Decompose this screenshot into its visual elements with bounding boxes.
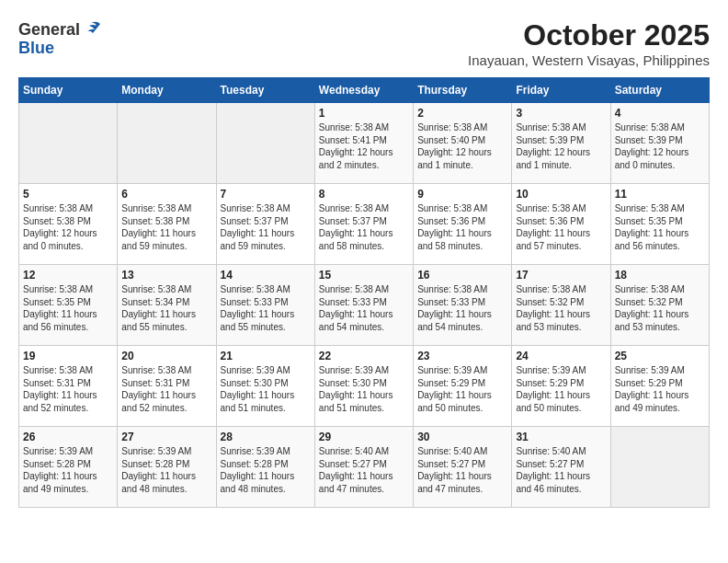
calendar-cell-w2-d6: 11Sunrise: 5:38 AM Sunset: 5:35 PM Dayli… bbox=[610, 184, 709, 265]
day-number: 8 bbox=[319, 188, 409, 201]
page-header: General Blue October 2025 Inayauan, West… bbox=[18, 18, 710, 68]
week-row-5: 26Sunrise: 5:39 AM Sunset: 5:28 PM Dayli… bbox=[19, 427, 710, 508]
day-info: Sunrise: 5:39 AM Sunset: 5:30 PM Dayligh… bbox=[319, 364, 409, 414]
calendar-cell-w1-d1 bbox=[118, 103, 216, 184]
calendar-cell-w3-d6: 18Sunrise: 5:38 AM Sunset: 5:32 PM Dayli… bbox=[610, 265, 709, 346]
day-info: Sunrise: 5:39 AM Sunset: 5:30 PM Dayligh… bbox=[221, 364, 311, 414]
calendar-title: October 2025 bbox=[468, 18, 710, 52]
header-tuesday: Tuesday bbox=[216, 78, 314, 103]
day-number: 11 bbox=[615, 188, 705, 201]
week-row-2: 5Sunrise: 5:38 AM Sunset: 5:38 PM Daylig… bbox=[19, 184, 710, 265]
day-number: 24 bbox=[516, 350, 606, 362]
calendar-cell-w3-d4: 16Sunrise: 5:38 AM Sunset: 5:33 PM Dayli… bbox=[414, 265, 512, 346]
day-info: Sunrise: 5:38 AM Sunset: 5:33 PM Dayligh… bbox=[417, 283, 507, 333]
day-number: 3 bbox=[516, 107, 606, 120]
logo-general: General bbox=[18, 20, 80, 39]
day-number: 27 bbox=[121, 431, 211, 443]
day-info: Sunrise: 5:38 AM Sunset: 5:41 PM Dayligh… bbox=[319, 121, 409, 171]
calendar-cell-w3-d1: 13Sunrise: 5:38 AM Sunset: 5:34 PM Dayli… bbox=[118, 265, 216, 346]
calendar-cell-w2-d0: 5Sunrise: 5:38 AM Sunset: 5:38 PM Daylig… bbox=[19, 184, 118, 265]
calendar-cell-w2-d4: 9Sunrise: 5:38 AM Sunset: 5:36 PM Daylig… bbox=[414, 184, 512, 265]
day-number: 31 bbox=[516, 431, 606, 443]
calendar-cell-w1-d5: 3Sunrise: 5:38 AM Sunset: 5:39 PM Daylig… bbox=[512, 103, 610, 184]
day-number: 12 bbox=[23, 269, 113, 282]
day-info: Sunrise: 5:39 AM Sunset: 5:29 PM Dayligh… bbox=[417, 364, 507, 414]
calendar-cell-w3-d2: 14Sunrise: 5:38 AM Sunset: 5:33 PM Dayli… bbox=[216, 265, 314, 346]
header-sunday: Sunday bbox=[19, 78, 118, 103]
calendar-cell-w3-d3: 15Sunrise: 5:38 AM Sunset: 5:33 PM Dayli… bbox=[314, 265, 413, 346]
day-info: Sunrise: 5:38 AM Sunset: 5:38 PM Dayligh… bbox=[23, 202, 113, 252]
header-monday: Monday bbox=[118, 78, 216, 103]
header-wednesday: Wednesday bbox=[314, 78, 413, 103]
day-number: 16 bbox=[417, 269, 507, 282]
day-info: Sunrise: 5:40 AM Sunset: 5:27 PM Dayligh… bbox=[516, 445, 606, 495]
calendar-subtitle: Inayauan, Western Visayas, Philippines bbox=[468, 52, 710, 68]
day-info: Sunrise: 5:39 AM Sunset: 5:28 PM Dayligh… bbox=[221, 445, 311, 495]
header-friday: Friday bbox=[512, 78, 610, 103]
day-number: 14 bbox=[221, 269, 311, 282]
day-info: Sunrise: 5:39 AM Sunset: 5:29 PM Dayligh… bbox=[516, 364, 606, 414]
title-block: October 2025 Inayauan, Western Visayas, … bbox=[468, 18, 710, 68]
day-info: Sunrise: 5:38 AM Sunset: 5:35 PM Dayligh… bbox=[23, 283, 113, 333]
logo: General Blue bbox=[18, 18, 104, 58]
day-info: Sunrise: 5:38 AM Sunset: 5:35 PM Dayligh… bbox=[615, 202, 705, 252]
day-number: 18 bbox=[615, 269, 705, 282]
day-info: Sunrise: 5:38 AM Sunset: 5:33 PM Dayligh… bbox=[221, 283, 311, 333]
day-number: 23 bbox=[417, 350, 507, 362]
day-info: Sunrise: 5:38 AM Sunset: 5:38 PM Dayligh… bbox=[121, 202, 211, 252]
calendar-cell-w4-d1: 20Sunrise: 5:38 AM Sunset: 5:31 PM Dayli… bbox=[118, 346, 216, 427]
calendar-cell-w1-d6: 4Sunrise: 5:38 AM Sunset: 5:39 PM Daylig… bbox=[610, 103, 709, 184]
day-info: Sunrise: 5:38 AM Sunset: 5:40 PM Dayligh… bbox=[417, 121, 507, 171]
day-number: 28 bbox=[221, 431, 311, 443]
day-number: 22 bbox=[319, 350, 409, 362]
week-row-3: 12Sunrise: 5:38 AM Sunset: 5:35 PM Dayli… bbox=[19, 265, 710, 346]
day-info: Sunrise: 5:40 AM Sunset: 5:27 PM Dayligh… bbox=[417, 445, 507, 495]
day-info: Sunrise: 5:38 AM Sunset: 5:32 PM Dayligh… bbox=[615, 283, 705, 333]
calendar-cell-w5-d0: 26Sunrise: 5:39 AM Sunset: 5:28 PM Dayli… bbox=[19, 427, 118, 508]
calendar-cell-w1-d2 bbox=[216, 103, 314, 184]
day-number: 9 bbox=[417, 188, 507, 201]
day-number: 29 bbox=[319, 431, 409, 443]
calendar-cell-w5-d3: 29Sunrise: 5:40 AM Sunset: 5:27 PM Dayli… bbox=[314, 427, 413, 508]
weekday-header-row: Sunday Monday Tuesday Wednesday Thursday… bbox=[19, 78, 710, 103]
day-number: 25 bbox=[615, 350, 705, 362]
day-info: Sunrise: 5:38 AM Sunset: 5:39 PM Dayligh… bbox=[615, 121, 705, 171]
day-info: Sunrise: 5:39 AM Sunset: 5:28 PM Dayligh… bbox=[23, 445, 113, 495]
logo-bird-icon bbox=[82, 18, 104, 40]
day-number: 4 bbox=[615, 107, 705, 120]
calendar-cell-w2-d5: 10Sunrise: 5:38 AM Sunset: 5:36 PM Dayli… bbox=[512, 184, 610, 265]
day-info: Sunrise: 5:39 AM Sunset: 5:28 PM Dayligh… bbox=[121, 445, 211, 495]
day-info: Sunrise: 5:38 AM Sunset: 5:33 PM Dayligh… bbox=[319, 283, 409, 333]
week-row-4: 19Sunrise: 5:38 AM Sunset: 5:31 PM Dayli… bbox=[19, 346, 710, 427]
day-info: Sunrise: 5:38 AM Sunset: 5:37 PM Dayligh… bbox=[221, 202, 311, 252]
day-number: 13 bbox=[121, 269, 211, 282]
day-number: 7 bbox=[221, 188, 311, 201]
calendar-cell-w5-d5: 31Sunrise: 5:40 AM Sunset: 5:27 PM Dayli… bbox=[512, 427, 610, 508]
calendar-cell-w4-d3: 22Sunrise: 5:39 AM Sunset: 5:30 PM Dayli… bbox=[314, 346, 413, 427]
day-info: Sunrise: 5:38 AM Sunset: 5:39 PM Dayligh… bbox=[516, 121, 606, 171]
day-number: 1 bbox=[319, 107, 409, 120]
calendar-cell-w2-d2: 7Sunrise: 5:38 AM Sunset: 5:37 PM Daylig… bbox=[216, 184, 314, 265]
calendar-cell-w4-d5: 24Sunrise: 5:39 AM Sunset: 5:29 PM Dayli… bbox=[512, 346, 610, 427]
calendar-cell-w3-d5: 17Sunrise: 5:38 AM Sunset: 5:32 PM Dayli… bbox=[512, 265, 610, 346]
calendar-cell-w1-d4: 2Sunrise: 5:38 AM Sunset: 5:40 PM Daylig… bbox=[414, 103, 512, 184]
calendar-cell-w4-d4: 23Sunrise: 5:39 AM Sunset: 5:29 PM Dayli… bbox=[414, 346, 512, 427]
calendar-cell-w5-d4: 30Sunrise: 5:40 AM Sunset: 5:27 PM Dayli… bbox=[414, 427, 512, 508]
day-number: 6 bbox=[121, 188, 211, 201]
calendar-cell-w5-d1: 27Sunrise: 5:39 AM Sunset: 5:28 PM Dayli… bbox=[118, 427, 216, 508]
header-thursday: Thursday bbox=[414, 78, 512, 103]
calendar-cell-w3-d0: 12Sunrise: 5:38 AM Sunset: 5:35 PM Dayli… bbox=[19, 265, 118, 346]
day-number: 10 bbox=[516, 188, 606, 201]
calendar-cell-w5-d2: 28Sunrise: 5:39 AM Sunset: 5:28 PM Dayli… bbox=[216, 427, 314, 508]
header-saturday: Saturday bbox=[610, 78, 709, 103]
calendar-cell-w2-d1: 6Sunrise: 5:38 AM Sunset: 5:38 PM Daylig… bbox=[118, 184, 216, 265]
day-info: Sunrise: 5:38 AM Sunset: 5:34 PM Dayligh… bbox=[121, 283, 211, 333]
day-info: Sunrise: 5:40 AM Sunset: 5:27 PM Dayligh… bbox=[319, 445, 409, 495]
day-info: Sunrise: 5:39 AM Sunset: 5:29 PM Dayligh… bbox=[615, 364, 705, 414]
day-number: 17 bbox=[516, 269, 606, 282]
day-info: Sunrise: 5:38 AM Sunset: 5:32 PM Dayligh… bbox=[516, 283, 606, 333]
calendar-cell-w1-d3: 1Sunrise: 5:38 AM Sunset: 5:41 PM Daylig… bbox=[314, 103, 413, 184]
day-info: Sunrise: 5:38 AM Sunset: 5:36 PM Dayligh… bbox=[516, 202, 606, 252]
day-info: Sunrise: 5:38 AM Sunset: 5:31 PM Dayligh… bbox=[23, 364, 113, 414]
day-number: 5 bbox=[23, 188, 113, 201]
